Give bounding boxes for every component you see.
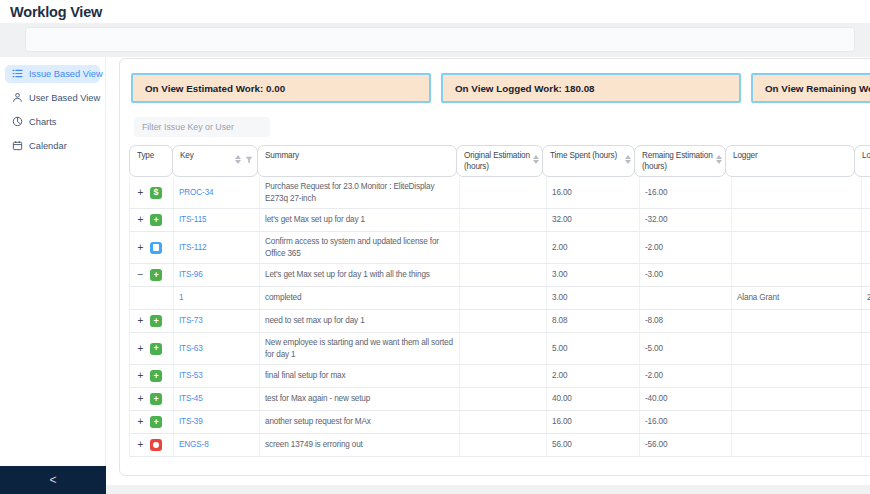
key-cell: ITS-45 (174, 388, 260, 410)
row-expander[interactable]: + (136, 215, 145, 225)
type-cell: + (130, 232, 174, 263)
time-spent-cell: 2.00 (547, 232, 640, 263)
incident-alert-icon (150, 439, 162, 451)
row-expander[interactable]: + (136, 371, 145, 381)
issue-key-link[interactable]: ITS-115 (179, 214, 206, 225)
issue-key-link[interactable]: ITS-39 (179, 416, 203, 427)
remaining-estimation-cell: -3.00 (640, 264, 732, 286)
user-icon (12, 92, 23, 105)
row-expander[interactable]: + (136, 344, 145, 354)
sidebar-item-label: Charts (29, 117, 56, 127)
table-row: −+ITS-96Let's get Max set up for day 1 w… (129, 264, 870, 287)
time-spent-cell: 8.08 (547, 310, 640, 332)
logger-cell (732, 264, 862, 286)
issue-key-link[interactable]: ITS-63 (179, 343, 203, 354)
filter-row (134, 116, 870, 137)
issue-key-link[interactable]: PROC-34 (179, 187, 213, 198)
column-header-summary: Summary (257, 145, 457, 177)
summary-cell: New employee is starting and we want the… (260, 333, 460, 364)
sidebar-item-issue-based-view[interactable]: Issue Based View (5, 65, 100, 83)
time-spent-cell: 5.00 (547, 333, 640, 364)
column-header-key[interactable]: Key (172, 145, 258, 177)
issue-key-link[interactable]: 1 (179, 292, 183, 303)
pie-chart-icon (12, 116, 23, 129)
logger-cell (732, 333, 862, 364)
remaining-estimation-cell: -8.08 (640, 310, 732, 332)
row-expander[interactable]: + (136, 188, 145, 198)
sidebar: Issue Based View User Based View Charts … (0, 57, 106, 466)
logged-cell (862, 411, 870, 433)
sidebar-item-calendar[interactable]: Calendar (5, 137, 100, 155)
logged-cell (862, 209, 870, 231)
type-cell: ++ (130, 333, 174, 364)
remaining-estimation-cell: -16.00 (640, 177, 732, 208)
sidebar-collapse-button[interactable]: < (0, 466, 106, 494)
purchase-dollar-icon: $ (150, 187, 162, 199)
issue-key-link[interactable]: ITS-112 (179, 242, 206, 253)
filter-input[interactable] (134, 117, 270, 137)
remaining-estimation-cell: -40.00 (640, 388, 732, 410)
row-expander[interactable]: + (136, 417, 145, 427)
row-expander[interactable]: + (136, 243, 145, 253)
issue-key-link[interactable]: ITS-73 (179, 315, 203, 326)
issue-key-link[interactable]: ITS-96 (179, 269, 203, 280)
remaining-estimation-cell: -2.00 (640, 232, 732, 263)
page-background-strip (106, 485, 870, 494)
key-cell: PROC-34 (174, 177, 260, 208)
column-header-spent[interactable]: Time Spent (hours) (542, 145, 635, 177)
logged-cell (862, 310, 870, 332)
logged-cell: 202 (862, 287, 870, 309)
column-label: Summary (265, 150, 450, 161)
column-label: Type (137, 150, 166, 161)
logger-cell (732, 177, 862, 208)
logged-cell (862, 388, 870, 410)
table-row: ++ITS-63New employee is starting and we … (129, 333, 870, 365)
summary-cell: Confirm access to system and updated lic… (260, 232, 460, 263)
sort-icon[interactable] (533, 155, 539, 164)
issue-key-link[interactable]: ITS-53 (179, 370, 203, 381)
toolbar-panel (25, 27, 855, 52)
time-spent-cell: 2.00 (547, 365, 640, 387)
sort-icon[interactable] (625, 155, 631, 164)
column-header-original[interactable]: Original Estimation (hours) (456, 145, 543, 177)
summary-cell: let's get Max set up for day 1 (260, 209, 460, 231)
worklog-table: TypeKeySummaryOriginal Estimation (hours… (129, 145, 870, 457)
key-cell: ITS-39 (174, 411, 260, 433)
title-bar: Worklog View (0, 0, 870, 23)
table-row: +ENGS-8screen 13749 is erroring out56.00… (129, 434, 870, 457)
sort-icon[interactable] (235, 155, 241, 164)
sidebar-item-user-based-view[interactable]: User Based View (5, 89, 100, 107)
sidebar-item-label: Calendar (29, 141, 67, 151)
sidebar-item-charts[interactable]: Charts (5, 113, 100, 131)
main-content: On View Estimated Work: 0.00 On View Log… (106, 57, 870, 485)
time-spent-cell: 56.00 (547, 434, 640, 456)
key-cell: ENGS-8 (174, 434, 260, 456)
original-estimation-cell (460, 287, 547, 309)
service-request-plus-icon: + (150, 315, 162, 327)
logger-cell (732, 209, 862, 231)
issue-key-link[interactable]: ITS-45 (179, 393, 203, 404)
time-spent-cell: 3.00 (547, 287, 640, 309)
logged-cell (862, 333, 870, 364)
worklog-child-row: 1completed3.00Alana Grant202 (129, 287, 870, 310)
list-icon (12, 68, 23, 81)
summary-cell: final final setup for max (260, 365, 460, 387)
remaining-estimation-cell: -32.00 (640, 209, 732, 231)
logged-cell (862, 434, 870, 456)
logger-cell (732, 232, 862, 263)
row-expander[interactable]: + (136, 316, 145, 326)
key-cell: ITS-73 (174, 310, 260, 332)
logger-cell (732, 411, 862, 433)
logger-cell (732, 388, 862, 410)
service-request-plus-icon: + (150, 343, 162, 355)
row-expander[interactable]: − (136, 270, 145, 280)
row-expander[interactable]: + (136, 440, 145, 450)
summary-cell: test for Max again - new setup (260, 388, 460, 410)
calendar-icon (12, 140, 23, 153)
row-expander[interactable]: + (136, 394, 145, 404)
issue-key-link[interactable]: ENGS-8 (179, 439, 209, 450)
column-header-remaining[interactable]: Remaing Estimation (hours) (634, 145, 726, 177)
table-row: +$PROC-34Purchase Request for 23.0 Monit… (129, 177, 870, 209)
filter-funnel-icon[interactable] (245, 156, 253, 164)
sort-icon[interactable] (716, 155, 722, 164)
